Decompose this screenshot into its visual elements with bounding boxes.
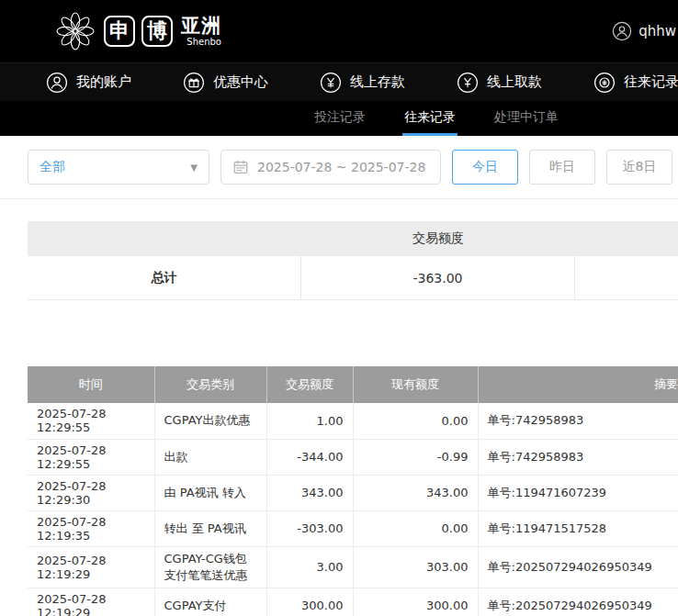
logo-region-text: 亚洲 — [181, 16, 221, 37]
quick-range-yesterday[interactable]: 昨日 — [529, 150, 595, 185]
cell-amount: 1.00 — [266, 403, 353, 439]
logo-char-bo: 博 — [141, 16, 173, 47]
tab-processing-orders[interactable]: 处理中订单 — [492, 101, 560, 136]
user-account[interactable]: qhhw — [612, 21, 678, 41]
type-dropdown-value: 全部 — [40, 159, 65, 175]
table-row: 2025-07-28 12:29:30由 PA视讯 转入343.00343.00… — [28, 475, 678, 510]
main-nav: 我的账户优惠中心线上存款线上取款往来记录 — [0, 62, 678, 101]
tab-transaction-records[interactable]: 往来记录 — [402, 101, 458, 136]
cell-type: CGPAY-CG钱包支付笔笔送优惠 — [154, 546, 266, 588]
summary-table: 交易额度 总计 -363.00 — [28, 221, 678, 300]
cell-amount: 300.00 — [266, 588, 353, 616]
nav-item-deposit[interactable]: 线上存款 — [320, 72, 405, 94]
quick-range-last-8-days[interactable]: 近8日 — [606, 150, 672, 185]
cell-time: 2025-07-28 12:19:29 — [28, 546, 154, 588]
nav-item-label: 线上取款 — [487, 73, 542, 91]
date-range-value: 2025-07-28 ~ 2025-07-28 — [257, 160, 425, 174]
quick-range-today[interactable]: 今日 — [452, 150, 518, 185]
quick-range-group: 今日昨日近8日 — [452, 150, 672, 185]
nav-item-label: 优惠中心 — [213, 73, 268, 91]
table-row: 2025-07-28 12:29:55CGPAY出款优惠1.000.00单号:7… — [28, 403, 678, 439]
col-header-summary: 摘要 — [478, 366, 678, 403]
cell-type: 转出 至 PA视讯 — [154, 510, 266, 546]
type-dropdown[interactable]: 全部 ▼ — [28, 150, 209, 185]
cell-summary: 单号:202507294026950349 — [478, 588, 678, 616]
table-row: 2025-07-28 12:19:35转出 至 PA视讯-303.000.00单… — [28, 510, 678, 546]
summary-total-label: 总计 — [28, 256, 301, 300]
records-tbody: 2025-07-28 12:29:55CGPAY出款优惠1.000.00单号:7… — [28, 403, 678, 616]
cell-time: 2025-07-28 12:29:55 — [28, 403, 154, 439]
cell-time: 2025-07-28 12:29:30 — [28, 475, 154, 510]
deposit-icon — [320, 72, 342, 94]
cell-time: 2025-07-28 12:19:35 — [28, 510, 154, 546]
site-logo[interactable]: 申 博 亚洲 Shenbo — [53, 9, 221, 53]
summary-total-empty — [575, 256, 678, 300]
cell-balance: 0.00 — [353, 403, 478, 439]
summary-total-value: -363.00 — [301, 256, 575, 300]
nav-item-label: 我的账户 — [76, 73, 131, 91]
lotus-flower-icon — [53, 9, 97, 53]
withdraw-icon — [457, 72, 479, 94]
logo-brand-text: Shenbo — [186, 38, 221, 47]
cell-time: 2025-07-28 12:29:55 — [28, 439, 154, 475]
cell-summary: 单号:119471517528 — [478, 510, 678, 546]
nav-item-account[interactable]: 我的账户 — [46, 72, 131, 94]
logo-region-block: 亚洲 Shenbo — [181, 16, 221, 46]
cell-summary: 单号:742958983 — [478, 439, 678, 475]
nav-item-records[interactable]: 往来记录 — [593, 72, 678, 94]
col-header-balance: 现有额度 — [353, 366, 478, 403]
cell-type: CGPAY出款优惠 — [154, 403, 266, 439]
summary-header-empty-right — [575, 221, 678, 256]
nav-item-promotions[interactable]: 优惠中心 — [183, 72, 268, 94]
cell-summary: 单号:202507294026950349 — [478, 546, 678, 588]
calendar-icon — [232, 159, 249, 175]
cell-type: 出款 — [154, 439, 266, 475]
table-row: 2025-07-28 12:19:29CGPAY支付300.00300.00单号… — [28, 588, 678, 616]
summary-header-row: 交易额度 — [28, 221, 678, 256]
date-range-picker[interactable]: 2025-07-28 ~ 2025-07-28 — [220, 150, 441, 185]
promo-icon — [183, 72, 205, 94]
cell-type: 由 PA视讯 转入 — [154, 475, 266, 510]
records-table: 时间 交易类别 交易额度 现有额度 摘要 2025-07-28 12:29:55… — [28, 366, 678, 616]
account-icon — [46, 72, 68, 94]
chevron-down-icon: ▼ — [190, 162, 198, 173]
logo-char-shen: 申 — [104, 16, 135, 47]
cell-balance: 0.00 — [353, 510, 478, 546]
cell-balance: -0.99 — [353, 439, 478, 475]
cell-summary: 单号:119471607239 — [478, 475, 678, 510]
cell-amount: -303.00 — [266, 510, 353, 546]
table-row: 2025-07-28 12:19:29CGPAY-CG钱包支付笔笔送优惠3.00… — [28, 546, 678, 588]
user-circle-icon — [612, 21, 632, 41]
section-divider — [0, 198, 678, 199]
nav-item-label: 线上存款 — [350, 73, 405, 91]
records-table-header-row: 时间 交易类别 交易额度 现有额度 摘要 — [28, 366, 678, 403]
tab-bet-records[interactable]: 投注记录 — [312, 101, 367, 136]
records-icon — [593, 72, 616, 94]
summary-total-row: 总计 -363.00 — [28, 256, 678, 300]
cell-summary: 单号:742958983 — [478, 403, 678, 439]
username: qhhw — [638, 23, 676, 39]
col-header-type: 交易类别 — [154, 366, 266, 403]
cell-amount: -344.00 — [266, 439, 353, 475]
col-header-amount: 交易额度 — [266, 366, 353, 403]
cell-balance: 343.00 — [353, 475, 478, 510]
summary-header-empty — [28, 221, 301, 256]
table-row: 2025-07-28 12:29:55出款-344.00-0.99单号:7429… — [28, 439, 678, 475]
filter-bar: 全部 ▼ 2025-07-28 ~ 2025-07-28 今日昨日近8日 — [0, 136, 678, 198]
nav-item-label: 往来记录 — [624, 73, 678, 91]
page: 申 博 亚洲 Shenbo qhhw 我的账户优惠中心线上存款线上取款往来记录 … — [0, 0, 678, 616]
col-header-time: 时间 — [28, 366, 154, 403]
cell-type: CGPAY支付 — [154, 588, 266, 616]
cell-amount: 343.00 — [266, 475, 353, 510]
cell-amount: 3.00 — [266, 546, 353, 588]
cell-time: 2025-07-28 12:19:29 — [28, 588, 154, 616]
top-header: 申 博 亚洲 Shenbo qhhw — [0, 0, 678, 62]
cell-balance: 303.00 — [353, 546, 478, 588]
nav-item-withdraw[interactable]: 线上取款 — [457, 72, 542, 94]
cell-balance: 300.00 — [353, 588, 478, 616]
summary-header-amount: 交易额度 — [301, 221, 575, 256]
subnav: 投注记录往来记录处理中订单 — [0, 101, 678, 136]
